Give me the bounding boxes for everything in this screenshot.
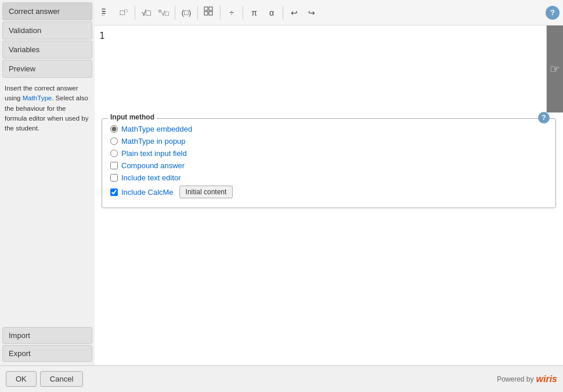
powered-by: Powered by wiris <box>497 374 557 384</box>
sqrt-icon: √□ <box>142 8 151 17</box>
cancel-button[interactable]: Cancel <box>40 371 83 387</box>
formula-area: 1 ☞ <box>95 26 563 112</box>
input-method-title: Input method <box>108 113 157 121</box>
checkbox-include-calcme-label[interactable]: Include CalcMe <box>121 188 174 197</box>
absolute-icon: (□) <box>182 8 192 17</box>
sqrt-button[interactable]: √□ <box>138 5 154 21</box>
checkbox-compound-answer-label[interactable]: Compound answer <box>121 161 185 170</box>
toolbar-help-button[interactable]: ? <box>546 6 560 20</box>
radio-mathtype-popup: MathType in popup <box>110 137 547 146</box>
svg-text:□: □ <box>102 12 104 16</box>
checkbox-include-calcme-input[interactable] <box>110 188 118 196</box>
sidebar-item-preview[interactable]: Preview <box>2 60 92 78</box>
svg-rect-8 <box>209 12 212 15</box>
export-button[interactable]: Export <box>2 345 92 362</box>
checkbox-compound-answer-input[interactable] <box>110 162 118 169</box>
input-method-help-button[interactable]: ? <box>538 112 550 124</box>
nth-root-button[interactable]: n√□ <box>156 5 172 21</box>
toolbar-sep-2 <box>175 6 175 20</box>
nth-root-icon: n√□ <box>158 8 169 17</box>
mathtype-toolbar: □ □ □□ √□ n√□ (□) <box>95 0 563 26</box>
checkbox-include-text-editor-label[interactable]: Include text editor <box>121 173 181 182</box>
sidebar-item-validation[interactable]: Validation <box>2 21 92 39</box>
bottom-buttons: OK Cancel <box>6 371 83 387</box>
formula-editor[interactable]: 1 <box>95 26 547 112</box>
undo-button[interactable]: ↩ <box>286 5 302 21</box>
initial-content-button[interactable]: Initial content <box>179 186 233 198</box>
sidebar-item-variables[interactable]: Variables <box>2 41 92 59</box>
divide-icon: ÷ <box>229 8 234 17</box>
sidebar-item-correct-answer[interactable]: Correct answer <box>2 2 92 20</box>
radio-mathtype-embedded-input[interactable] <box>110 125 118 133</box>
input-method-section: Input method ? MathType embedded MathTyp… <box>102 118 556 208</box>
sidebar-bottom: Import Export <box>0 325 95 365</box>
redo-icon: ↪ <box>308 8 315 17</box>
divide-button[interactable]: ÷ <box>223 5 240 21</box>
import-button[interactable]: Import <box>2 327 92 344</box>
checkbox-include-calcme: Include CalcMe Initial content <box>110 186 547 198</box>
toolbar-sep-5 <box>243 6 243 20</box>
ok-button[interactable]: OK <box>6 371 37 387</box>
fraction-icon: □ □ <box>101 6 111 19</box>
svg-rect-6 <box>209 7 212 10</box>
fraction-button[interactable]: □ □ <box>98 5 114 21</box>
bottom-bar: OK Cancel Powered by wiris <box>0 365 563 392</box>
matrix-icon <box>204 6 214 19</box>
radio-mathtype-popup-input[interactable] <box>110 137 118 145</box>
formula-sidebar-panel[interactable]: ☞ <box>547 26 563 112</box>
superscript-icon: □□ <box>120 8 128 17</box>
radio-plain-text-input[interactable] <box>110 150 118 157</box>
toolbar-sep-1 <box>135 6 135 20</box>
pi-button[interactable]: π <box>246 5 262 21</box>
alpha-icon: α <box>269 8 274 17</box>
mathtype-link[interactable]: MathType <box>23 95 52 101</box>
radio-plain-text-label[interactable]: Plain text input field <box>121 149 187 158</box>
main-content: □ □ □□ √□ n√□ (□) <box>95 0 563 392</box>
radio-plain-text: Plain text input field <box>110 149 547 158</box>
toolbar-sep-3 <box>197 6 198 20</box>
sidebar: Correct answer Validation Variables Prev… <box>0 0 95 365</box>
sidebar-description: Insert the correct answer using MathType… <box>2 79 92 138</box>
absolute-button[interactable]: (□) <box>178 5 194 21</box>
redo-button[interactable]: ↪ <box>304 5 320 21</box>
svg-rect-7 <box>204 12 208 15</box>
formula-sidebar-cursor-icon: ☞ <box>550 62 560 76</box>
wiris-logo: wiris <box>536 374 557 384</box>
toolbar-sep-4 <box>220 6 221 20</box>
alpha-button[interactable]: α <box>264 5 280 21</box>
matrix-button[interactable] <box>201 5 217 21</box>
radio-mathtype-popup-label[interactable]: MathType in popup <box>121 137 186 146</box>
svg-text:□: □ <box>102 8 104 12</box>
checkbox-include-text-editor: Include text editor <box>110 173 547 182</box>
powered-by-label: Powered by <box>497 375 533 383</box>
pi-icon: π <box>251 8 257 17</box>
checkbox-include-text-editor-input[interactable] <box>110 174 118 182</box>
radio-mathtype-embedded: MathType embedded <box>110 125 547 133</box>
radio-mathtype-embedded-label[interactable]: MathType embedded <box>121 125 192 133</box>
svg-rect-5 <box>204 7 208 10</box>
checkbox-compound-answer: Compound answer <box>110 161 547 170</box>
superscript-button[interactable]: □□ <box>116 5 132 21</box>
undo-icon: ↩ <box>291 8 298 17</box>
toolbar-sep-6 <box>283 6 283 20</box>
